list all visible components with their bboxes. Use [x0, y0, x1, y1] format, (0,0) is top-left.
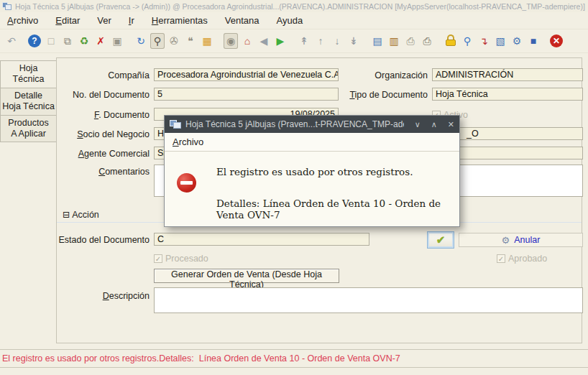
compania-field[interactable]: Procesadora Agroindustrial de Venezuela …	[154, 68, 339, 81]
socio-negocio-label: Socio del Negocio	[57, 128, 150, 141]
dialog-message: El registro es usado por otros registros…	[216, 166, 413, 177]
error-stop-icon	[177, 173, 196, 193]
save-icon[interactable]: ▣	[110, 33, 124, 49]
descripcion-textarea[interactable]	[154, 287, 583, 313]
tab-hoja-tecnica[interactable]: Hoja Técnica	[0, 60, 57, 88]
window-title: Hoja Técnica 5 jAlbujas (Pravenca -> (Ad…	[15, 2, 585, 11]
procesado-checkbox[interactable]: ✓ Procesado	[154, 254, 208, 264]
window-titlebar: Hoja Técnica 5 jAlbujas (Pravenca -> (Ad…	[0, 0, 588, 12]
checkbox-check-icon: ✓	[154, 254, 162, 263]
statusbar: El registro es usado por otros registros…	[0, 349, 588, 368]
chat-icon[interactable]: ❝	[183, 33, 198, 49]
estado-documento-label: Estado del Documento	[57, 233, 150, 246]
dialog-menubar: Archivo	[165, 133, 459, 152]
grid-view-icon[interactable]: ▦	[200, 33, 214, 49]
print-preview-icon[interactable]: ⎙	[403, 33, 418, 49]
no-documento-label: No. del Documento	[57, 88, 150, 101]
window-icon	[2, 2, 12, 11]
comentarios-label: Comentarios	[57, 165, 150, 178]
dialog-window-icon	[170, 120, 181, 129]
anular-button[interactable]: ⚙ Anular	[459, 233, 583, 247]
agente-comercial-label: Agente Comercial	[57, 147, 150, 160]
descripcion-label: Descripción	[57, 290, 150, 302]
tipo-documento-field[interactable]: Hoja Técnica	[432, 88, 583, 101]
help-icon[interactable]: ?	[28, 34, 41, 47]
no-documento-field[interactable]: 5	[154, 88, 339, 101]
compania-label: Compañía	[57, 69, 150, 82]
dialog-close-button[interactable]: ✕	[448, 120, 454, 129]
copy-record-icon[interactable]: ⧉	[60, 33, 75, 49]
delete-record-icon[interactable]: ♻	[77, 33, 91, 49]
app-window: Hoja Técnica 5 jAlbujas (Pravenca -> (Ad…	[0, 0, 588, 375]
menu-ver[interactable]: Ver	[97, 15, 111, 26]
error-dialog: Hoja Técnica 5 jAlbujas (Praven...t-PRAV…	[164, 115, 460, 227]
previous-record-icon[interactable]: ↑	[313, 33, 328, 49]
generar-orden-button[interactable]: Generar Orden de Venta (Desde Hoja Técni…	[154, 269, 339, 283]
first-record-icon[interactable]: ↟	[297, 33, 311, 49]
menu-editar[interactable]: Editar	[55, 15, 80, 26]
menu-herramientas[interactable]: Herramientas	[152, 15, 208, 26]
dialog-title: Hoja Técnica 5 jAlbujas (Praven...t-PRAV…	[185, 119, 404, 129]
print-icon[interactable]: ⎙	[420, 33, 434, 49]
checkbox-check-icon: ✓	[497, 254, 505, 263]
accion-section-header[interactable]: ⊟ Acción	[63, 209, 99, 220]
home-icon[interactable]: ⌂	[240, 33, 254, 49]
estado-documento-field[interactable]: C	[154, 233, 369, 246]
back-icon[interactable]: ◀	[257, 33, 271, 49]
attachment-icon[interactable]: ✇	[167, 33, 181, 49]
gear-icon: ⚙	[502, 235, 510, 246]
aprobado-checkbox[interactable]: ✓ Aprobado	[497, 254, 547, 264]
last-record-icon[interactable]: ↡	[346, 33, 361, 49]
status-message: El registro es usado por otros registros…	[2, 353, 400, 364]
document-action-button[interactable]: ✔	[427, 231, 454, 249]
workflow-icon[interactable]: ↴	[477, 33, 491, 49]
record-info-icon[interactable]: ◉	[224, 33, 238, 49]
dialog-shade-button[interactable]: ∨	[415, 120, 421, 129]
tipo-documento-label: Tipo de Documento	[330, 88, 428, 101]
report-icon[interactable]: ▤	[370, 33, 385, 49]
find-icon[interactable]: ⚲	[150, 33, 165, 49]
delete-selection-icon[interactable]: ✗	[93, 33, 108, 49]
lock-icon[interactable]	[444, 33, 458, 49]
menu-ir[interactable]: Ir	[129, 15, 134, 26]
check-icon: ✔	[436, 233, 446, 246]
forward-icon[interactable]: ▶	[273, 33, 288, 49]
menu-ayuda[interactable]: Ayuda	[277, 15, 303, 26]
undo-icon[interactable]: ↶	[4, 33, 19, 49]
check-requests-icon[interactable]: ▧	[493, 33, 507, 49]
next-record-icon[interactable]: ↓	[330, 33, 344, 49]
organizacion-field[interactable]: ADMINISTRACIÓN	[432, 68, 583, 81]
dialog-details: Detalles: Línea Orden de Venta 10 - Orde…	[216, 198, 459, 221]
refresh-icon[interactable]: ↻	[134, 33, 148, 49]
dialog-menu-archivo[interactable]: Archivo	[173, 136, 203, 147]
tab-strip: Hoja Técnica Detalle Hoja Técnica Produc…	[0, 60, 57, 142]
dialog-body: El registro es usado por otros registros…	[165, 152, 459, 226]
new-record-icon[interactable]: □	[44, 33, 58, 49]
dialog-titlebar[interactable]: Hoja Técnica 5 jAlbujas (Praven...t-PRAV…	[165, 116, 459, 133]
tab-detalle-hoja-tecnica[interactable]: Detalle Hoja Técnica	[0, 88, 57, 115]
menubar: Archivo Editar Ver Ir Herramientas Venta…	[0, 12, 588, 29]
bottom-strip	[0, 368, 588, 375]
preferences-icon[interactable]: ⚙	[510, 33, 524, 49]
zoom-across-icon[interactable]: ⚲	[460, 33, 474, 49]
collapse-icon[interactable]: ⊟	[63, 210, 70, 220]
toolbar: ↶?□⧉♻✗▣↻⚲✇❝▦◉⌂◀▶↟↑↓↡▤▥⎙⎙⚲↴▧⚙■✕	[0, 29, 588, 53]
menu-ventana[interactable]: Ventana	[225, 15, 259, 26]
exit-icon[interactable]: ✕	[550, 34, 563, 47]
f-documento-label: F. Documento	[57, 108, 150, 121]
dialog-unshade-button[interactable]: ∧	[431, 120, 437, 129]
menu-archivo[interactable]: Archivo	[7, 15, 38, 26]
product-info-icon[interactable]: ■	[526, 33, 541, 49]
tab-productos-a-aplicar[interactable]: Productos A Aplicar	[0, 115, 57, 142]
archive-icon[interactable]: ▥	[387, 33, 401, 49]
organizacion-label: Organización	[330, 69, 428, 82]
